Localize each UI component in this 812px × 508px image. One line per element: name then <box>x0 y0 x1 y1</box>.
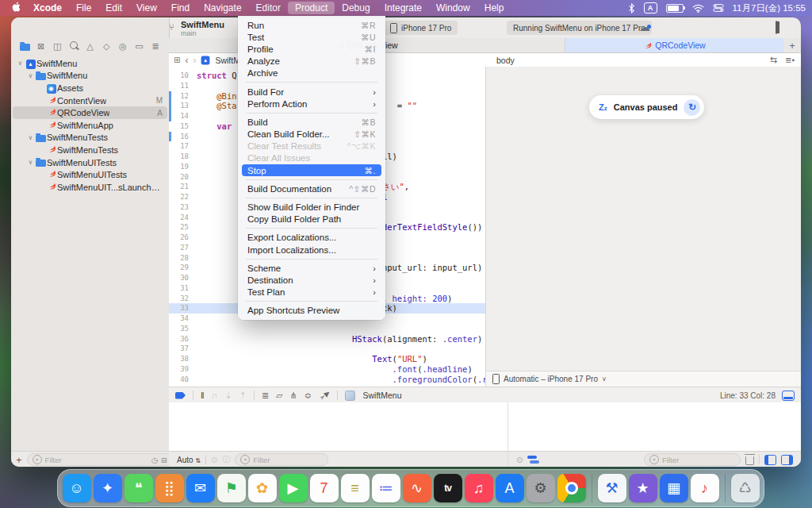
line-number[interactable]: 12 <box>169 91 192 102</box>
console-filter-field[interactable]: ▾ Filter <box>644 453 741 466</box>
line-number[interactable]: 35 <box>169 324 192 334</box>
editor-options-icon[interactable]: ≣▪ <box>785 56 795 64</box>
menu-item-archive[interactable]: Archive <box>238 67 385 79</box>
dock-mail[interactable]: ✉ <box>186 474 215 502</box>
dock-app-store[interactable]: A <box>496 474 524 502</box>
disclosure-chevron-icon[interactable]: ∨ <box>26 72 35 79</box>
breakpoints-icon[interactable]: ▭ <box>133 41 144 52</box>
line-number[interactable]: 32 <box>169 294 192 304</box>
line-number[interactable]: 25 <box>169 222 192 233</box>
menu-item-run[interactable]: Run⌘R <box>238 19 385 31</box>
back-icon[interactable]: ‹ <box>185 55 188 66</box>
line-number[interactable]: 40 <box>169 375 192 385</box>
menubar-item-editor[interactable]: Editor <box>249 2 288 14</box>
dock-finder[interactable]: ☺ <box>63 474 91 502</box>
dock-shortcuts[interactable]: ▦ <box>660 474 688 502</box>
forward-icon[interactable]: › <box>193 55 196 66</box>
eye-icon[interactable]: ⊙ <box>516 456 523 464</box>
dock-safari[interactable]: ✦ <box>94 474 122 502</box>
dock-maps[interactable]: ⚑ <box>217 474 246 502</box>
file-tree-item-swiftmenutests[interactable]: SwiftMenuTests <box>13 144 167 156</box>
line-number[interactable]: 39 <box>169 364 192 375</box>
menu-item-stop[interactable]: Stop⌘. <box>242 164 381 176</box>
menu-item-test[interactable]: Test⌘U <box>238 31 385 43</box>
menu-item-export-localizations[interactable]: Export Localizations... <box>238 232 385 244</box>
related-items-icon[interactable]: ⊞ <box>174 56 180 64</box>
menu-item-build[interactable]: Build⌘B <box>238 116 385 128</box>
line-number[interactable]: 33 <box>169 303 192 314</box>
menu-item-copy-build-folder-path[interactable]: Copy Build Folder Path <box>238 214 385 225</box>
menubar-item-product[interactable]: Product <box>288 2 335 14</box>
line-number[interactable]: 17 <box>169 141 192 152</box>
line-number[interactable]: 34 <box>169 314 192 324</box>
line-number[interactable]: 28 <box>169 253 192 264</box>
menu-item-clean-build-folder[interactable]: Clean Build Folder...⇧⌘K <box>238 129 385 140</box>
code-line-39[interactable]: 39 .font(.headline) <box>169 364 485 375</box>
activity-status[interactable]: Running SwiftMenu on iPhone 17 Pro <box>507 21 652 35</box>
line-number[interactable]: 37 <box>169 344 192 354</box>
environment-overrides-icon[interactable]: ≎ <box>304 391 312 401</box>
menubar-item-navigate[interactable]: Navigate <box>197 2 248 14</box>
apple-menu-icon[interactable] <box>6 2 26 14</box>
menubar-item-integrate[interactable]: Integrate <box>377 2 429 14</box>
line-number[interactable]: 36 <box>169 334 192 344</box>
line-number[interactable]: 24 <box>169 213 192 223</box>
menu-item-build-documentation[interactable]: Build Documentation^⇧⌘D <box>238 183 385 194</box>
menubar-item-file[interactable]: File <box>69 2 98 14</box>
step-into-icon[interactable]: ⇣ <box>224 391 232 401</box>
dock-xcode[interactable]: ⚒ <box>598 474 626 502</box>
clear-console-icon[interactable] <box>745 456 754 465</box>
menu-item-analyze[interactable]: Analyze⇧⌘B <box>238 56 385 67</box>
swap-editor-icon[interactable]: ⇆ <box>770 55 777 65</box>
show-variables-panel-icon[interactable] <box>764 455 776 465</box>
file-tree-item-swiftmenu[interactable]: ∨▲SwiftMenu <box>13 57 167 70</box>
file-tree-item-swiftmenuapp[interactable]: SwiftMenuApp <box>13 119 167 132</box>
file-tree-item-swiftmenuuitests[interactable]: ∨SwiftMenuUITests <box>13 156 167 169</box>
recent-files-icon[interactable]: ◷ <box>151 456 158 464</box>
menubar-item-xcode[interactable]: Xcode <box>26 2 69 14</box>
eye-icon[interactable]: ⊙ <box>211 456 217 464</box>
menu-item-perform-action[interactable]: Perform Action› <box>238 98 385 110</box>
code-line-35[interactable]: 35 <box>169 324 485 334</box>
code-line-40[interactable]: 40 .foregroundColor(.red) <box>169 375 485 385</box>
cloud-status-icon[interactable]: ☁ <box>639 21 650 33</box>
line-number[interactable]: 23 <box>169 202 192 213</box>
line-number[interactable]: 19 <box>169 162 192 172</box>
line-number[interactable]: 30 <box>169 273 192 283</box>
console-view[interactable] <box>508 402 801 451</box>
new-tab-button[interactable]: + <box>783 38 801 52</box>
variables-scope-select[interactable]: Auto ⇅ <box>177 456 201 464</box>
line-number[interactable]: 13 <box>169 101 192 111</box>
code-line-36[interactable]: 36 HStack(alignment: .center) { <box>169 334 485 344</box>
code-line-37[interactable]: 37 <box>169 344 485 354</box>
memory-graph-icon[interactable]: ⋔ <box>290 391 297 401</box>
file-tree-item-swiftmenu[interactable]: ∨SwiftMenu <box>13 70 167 83</box>
disclosure-chevron-icon[interactable]: ∨ <box>16 60 25 67</box>
battery-icon[interactable] <box>666 4 684 13</box>
menu-item-build-for[interactable]: Build For› <box>238 86 385 98</box>
bookmarks-icon[interactable]: ◫ <box>52 41 63 52</box>
disclosure-chevron-icon[interactable]: ∨ <box>26 134 35 141</box>
disclosure-chevron-icon[interactable]: ∨ <box>26 159 35 166</box>
code-line-38[interactable]: 38 Text("URL") <box>169 354 485 364</box>
menu-item-import-localizations[interactable]: Import Localizations... <box>238 244 385 256</box>
dock-reminders[interactable]: ≔ <box>372 474 400 502</box>
dock-apple-tv[interactable]: tv <box>434 474 462 502</box>
line-number[interactable]: 38 <box>169 354 192 364</box>
canvas-device-label[interactable]: Automatic – iPhone 17 Pro <box>504 375 598 383</box>
menu-item-show-build-folder-in-finder[interactable]: Show Build Folder in Finder <box>238 201 385 213</box>
source-control-filter-icon[interactable]: ⊟ <box>161 456 167 464</box>
navigator-filter-field[interactable]: ▾ Filter ◷ ⊟ <box>27 453 173 466</box>
tab-qrcodeview-2[interactable]: QRCodeView <box>565 38 783 52</box>
dock-notes[interactable]: ≡ <box>341 474 370 502</box>
file-tree-item-swiftmenuuit-slaunchtests[interactable]: SwiftMenuUIT...sLaunchTests <box>13 181 167 194</box>
wifi-icon[interactable] <box>692 4 704 13</box>
line-number[interactable]: 26 <box>169 233 192 243</box>
variables-view[interactable] <box>169 402 508 451</box>
line-number[interactable]: 11 <box>169 81 192 91</box>
control-center-icon[interactable] <box>713 4 724 12</box>
line-number[interactable]: 15 <box>169 121 192 132</box>
menu-bar-clock[interactable]: 11月7日(金) 15:55 <box>733 2 806 14</box>
line-number[interactable]: 18 <box>169 152 192 162</box>
resume-preview-button[interactable]: ↻ <box>684 99 700 116</box>
